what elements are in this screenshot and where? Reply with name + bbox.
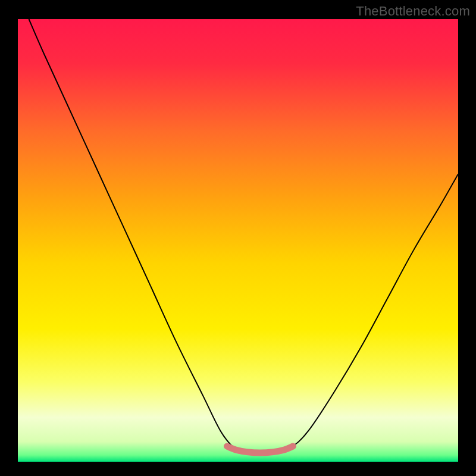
- chart-background: [18, 19, 458, 462]
- chart-container: TheBottleneck.com: [0, 0, 476, 476]
- bottleneck-chart: [0, 0, 476, 476]
- watermark-text: TheBottleneck.com: [356, 4, 470, 19]
